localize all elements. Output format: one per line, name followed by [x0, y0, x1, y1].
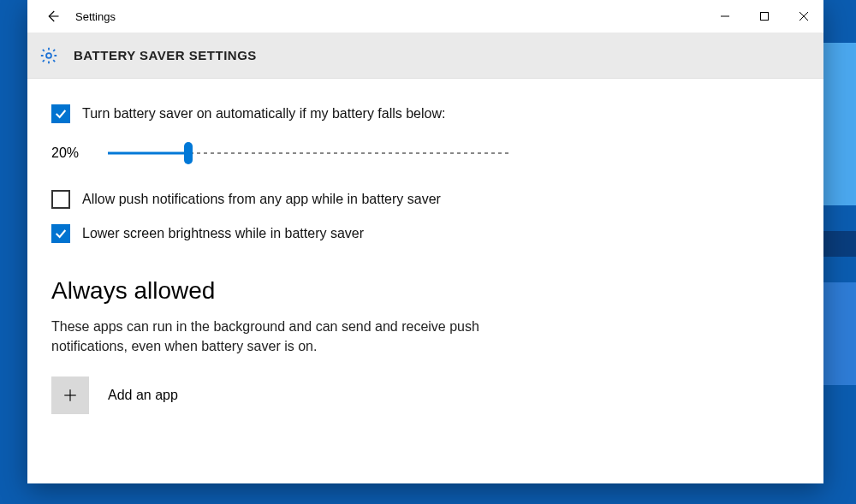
add-app-button[interactable] [51, 377, 89, 414]
content-area: Turn battery saver on automatically if m… [27, 79, 823, 483]
settings-window: Settings BATTERY SAVER SETTINGS [27, 0, 823, 483]
threshold-slider-row: 20% [51, 145, 800, 161]
checkmark-icon [54, 227, 68, 240]
slider-fill [108, 152, 188, 155]
threshold-value: 20% [51, 145, 87, 161]
app-title: Settings [72, 10, 116, 23]
allow-push-checkbox[interactable] [51, 190, 70, 209]
slider-thumb[interactable] [184, 142, 193, 164]
maximize-icon [759, 11, 770, 21]
allow-push-label: Allow push notifications from any app wh… [82, 192, 441, 207]
titlebar: Settings [27, 0, 823, 33]
close-icon [799, 11, 809, 21]
allow-push-row[interactable]: Allow push notifications from any app wh… [51, 190, 800, 209]
checkmark-icon [54, 107, 68, 121]
back-arrow-icon [45, 9, 60, 24]
add-app-label: Add an app [108, 388, 178, 403]
svg-point-3 [46, 53, 51, 58]
lower-brightness-label: Lower screen brightness while in battery… [82, 226, 364, 241]
back-button[interactable] [33, 0, 72, 33]
plus-icon [62, 388, 78, 403]
window-controls [705, 0, 823, 33]
gear-icon [39, 46, 58, 65]
auto-on-checkbox[interactable] [51, 104, 70, 123]
maximize-button[interactable] [745, 0, 784, 33]
svg-rect-2 [761, 13, 769, 21]
always-allowed-description: These apps can run in the background and… [51, 317, 531, 356]
auto-on-row[interactable]: Turn battery saver on automatically if m… [51, 104, 800, 123]
minimize-icon [720, 11, 730, 21]
threshold-slider[interactable] [108, 151, 510, 155]
add-app-row[interactable]: Add an app [51, 377, 800, 414]
lower-brightness-checkbox[interactable] [51, 224, 70, 243]
desktop-decor [822, 231, 856, 257]
page-header: BATTERY SAVER SETTINGS [27, 33, 823, 79]
always-allowed-heading: Always allowed [51, 277, 800, 305]
page-title: BATTERY SAVER SETTINGS [74, 48, 257, 62]
lower-brightness-row[interactable]: Lower screen brightness while in battery… [51, 224, 800, 243]
close-button[interactable] [784, 0, 823, 33]
minimize-button[interactable] [705, 0, 745, 33]
auto-on-label: Turn battery saver on automatically if m… [82, 106, 445, 122]
